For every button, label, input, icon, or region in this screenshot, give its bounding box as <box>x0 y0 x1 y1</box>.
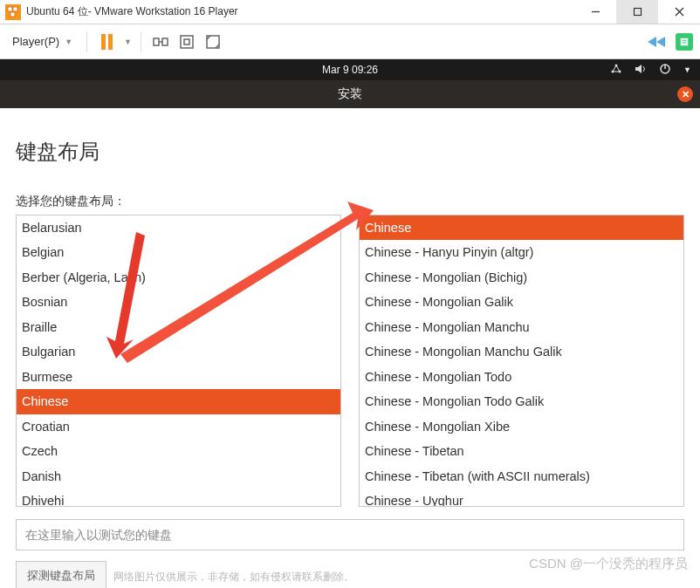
list-item[interactable]: Chinese - Uyghur <box>360 489 683 507</box>
list-item[interactable]: Chinese <box>360 215 683 240</box>
pause-icon <box>101 34 113 50</box>
maximize-button[interactable] <box>616 0 658 24</box>
keyboard-test-input[interactable] <box>16 519 684 550</box>
layout-prompt: 选择您的键盘布局： <box>16 194 684 209</box>
system-tray[interactable]: ▼ <box>610 63 691 78</box>
chevron-down-icon: ▼ <box>65 38 72 46</box>
window-title: Ubuntu 64 位- VMware Workstation 16 Playe… <box>26 4 574 19</box>
list-item[interactable]: Danish <box>17 464 340 489</box>
pause-button[interactable] <box>96 31 117 52</box>
svg-rect-10 <box>181 36 193 48</box>
send-ctrl-alt-del-button[interactable] <box>150 31 171 52</box>
list-item[interactable]: Chinese - Tibetan (with ASCII numerals) <box>360 464 683 489</box>
list-item[interactable]: Belarusian <box>17 215 340 240</box>
svg-rect-1 <box>13 7 17 11</box>
list-item[interactable]: Braille <box>17 315 340 339</box>
player-menu-label: Player(P) <box>12 35 59 48</box>
svg-rect-17 <box>681 38 689 45</box>
unity-button[interactable] <box>202 31 223 52</box>
list-item[interactable]: Dhivehi <box>17 489 340 507</box>
windows-titlebar: Ubuntu 64 位- VMware Workstation 16 Playe… <box>0 0 700 24</box>
list-item[interactable]: Chinese <box>17 389 340 414</box>
player-menu[interactable]: Player(P) ▼ <box>7 31 78 51</box>
list-item[interactable]: Burmese <box>17 365 340 389</box>
notes-icon[interactable] <box>676 33 693 51</box>
list-item[interactable]: Chinese - Mongolian Todo Galik <box>360 389 683 414</box>
list-item[interactable]: Chinese - Mongolian Manchu <box>360 315 683 339</box>
svg-rect-4 <box>634 9 641 16</box>
svg-marker-16 <box>656 37 665 47</box>
list-item[interactable]: Chinese - Mongolian Manchu Galik <box>360 339 683 364</box>
separator <box>141 31 141 52</box>
layout-listbox[interactable]: BelarusianBelgianBerber (Algeria, Latin)… <box>16 215 341 507</box>
svg-rect-0 <box>8 7 12 11</box>
layout-lists: BelarusianBelgianBerber (Algeria, Latin)… <box>16 215 684 507</box>
chevron-down-icon[interactable]: ▼ <box>124 38 132 46</box>
list-item[interactable]: Belgian <box>17 240 340 264</box>
svg-marker-26 <box>635 65 642 73</box>
vmware-app-icon <box>5 4 21 20</box>
installer-header: 安装 ✕ <box>0 80 700 108</box>
svg-rect-2 <box>10 12 15 17</box>
vmware-toolbar: Player(P) ▼ ▼ <box>0 24 700 59</box>
svg-rect-7 <box>154 38 159 45</box>
svg-line-23 <box>613 65 616 72</box>
gnome-top-bar: Mar 9 09:26 ▼ <box>0 59 700 80</box>
list-item[interactable]: Chinese - Hanyu Pinyin (altgr) <box>360 240 683 264</box>
separator <box>86 31 87 52</box>
list-item[interactable]: Chinese - Tibetan <box>360 439 683 463</box>
page-title: 键盘布局 <box>16 138 684 166</box>
watermark-text: 网络图片仅供展示，非存储，如有侵权请联系删除。 <box>113 570 354 585</box>
list-item[interactable]: Bulgarian <box>17 339 340 364</box>
network-icon[interactable] <box>610 63 622 78</box>
svg-line-24 <box>616 65 620 72</box>
close-button[interactable] <box>658 0 700 24</box>
installer-title: 安装 <box>338 86 362 102</box>
list-item[interactable]: Chinese - Mongolian Todo <box>360 365 683 389</box>
detect-layout-button[interactable]: 探测键盘布局 <box>16 561 106 588</box>
clock[interactable]: Mar 9 09:26 <box>322 64 378 76</box>
list-item[interactable]: Croatian <box>17 414 340 439</box>
list-item[interactable]: Chinese - Mongolian Galik <box>360 290 683 314</box>
power-icon[interactable] <box>659 63 671 78</box>
installer-close-button[interactable]: ✕ <box>677 86 693 102</box>
fullscreen-button[interactable] <box>176 31 197 52</box>
chevron-down-icon[interactable]: ▼ <box>683 65 691 74</box>
variant-listbox[interactable]: ChineseChinese - Hanyu Pinyin (altgr)Chi… <box>359 215 684 507</box>
list-item[interactable]: Czech <box>17 439 340 463</box>
svg-rect-11 <box>184 39 189 44</box>
list-item[interactable]: Bosnian <box>17 290 340 314</box>
list-item[interactable]: Chinese - Mongolian Xibe <box>360 414 683 439</box>
rewind-icon[interactable] <box>646 31 667 52</box>
list-item[interactable]: Berber (Algeria, Latin) <box>17 265 340 290</box>
volume-icon[interactable] <box>635 63 647 78</box>
svg-marker-15 <box>648 37 656 47</box>
window-controls <box>574 0 700 24</box>
list-item[interactable]: Chinese - Mongolian (Bichig) <box>360 265 683 290</box>
installer-content: 键盘布局 选择您的键盘布局： BelarusianBelgianBerber (… <box>0 108 700 588</box>
minimize-button[interactable] <box>574 0 616 24</box>
watermark-text: CSDN @一个没秃的程序员 <box>529 556 688 572</box>
close-icon: ✕ <box>682 89 690 100</box>
svg-rect-8 <box>162 38 168 45</box>
